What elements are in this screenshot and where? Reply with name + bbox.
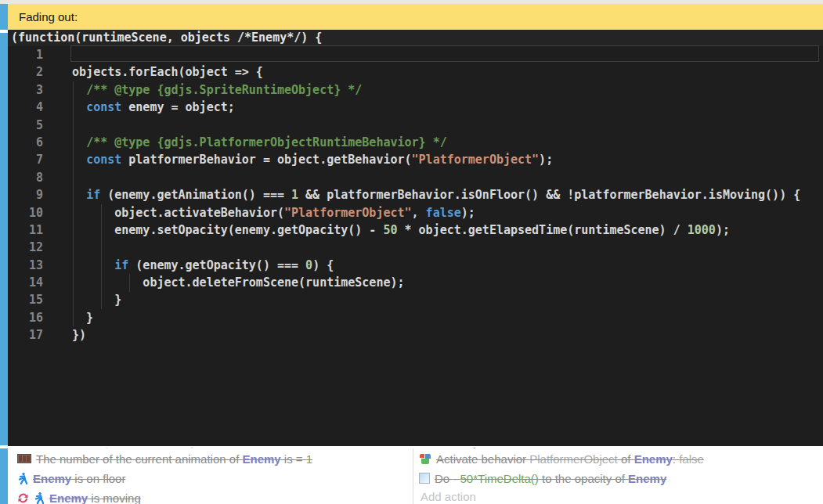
behavior-icon [419, 453, 431, 465]
event-text: Enemy is moving [49, 491, 141, 504]
sub-event: The number of the current animation of E… [8, 448, 823, 504]
line-number: 11 [8, 221, 43, 239]
event-sheet: Fading out: (function(runtimeScene, obje… [0, 0, 823, 504]
actions-column: Activate behavior PlatformerObject of En… [415, 448, 823, 504]
code-text: object.activateBehavior("PlatformerObjec… [58, 206, 475, 220]
code-line[interactable]: 16 } [8, 309, 823, 326]
code-line[interactable]: 12 [8, 239, 823, 256]
comment-event[interactable]: Fading out: [8, 4, 823, 30]
code-lines[interactable]: 12 objects.forEach(object => {3 /** @typ… [8, 46, 823, 344]
event-text: Enemy is on floor [33, 472, 125, 485]
line-number: 9 [8, 186, 43, 203]
line-number: 13 [8, 257, 43, 274]
line-number: 8 [8, 169, 43, 186]
code-line[interactable]: 2 objects.forEach(object => { [8, 63, 823, 81]
event-text: The number of the current animation of E… [36, 452, 312, 466]
line-number: 6 [8, 134, 43, 151]
code-text: if (enemy.getAnimation() === 1 && platfo… [58, 188, 800, 202]
code-wrapper-header: (function(runtimeScene, objects /*Enemy*… [8, 30, 823, 46]
code-text: } [58, 311, 93, 325]
code-text: object.deleteFromScene(runtimeScene); [58, 275, 405, 290]
add-action-button[interactable]: Add action [415, 488, 823, 504]
event-text: Do - 50*TimeDelta() to the opacity of En… [435, 472, 666, 485]
line-number: 7 [8, 151, 43, 168]
event-selection-strip[interactable] [0, 33, 8, 445]
line-number: 12 [8, 239, 43, 256]
code-line[interactable]: 4 const enemy = object; [8, 99, 823, 116]
line-number: 1 [8, 46, 43, 63]
comment-text: Fading out: [19, 10, 78, 23]
conditions-column: The number of the current animation of E… [8, 448, 413, 504]
conditions-actions-divider [413, 448, 413, 504]
code-text: }) [58, 328, 86, 342]
code-line[interactable]: 8 [8, 169, 823, 186]
code-text: } [58, 293, 121, 307]
code-line[interactable]: 17 }) [8, 326, 823, 344]
action-row[interactable]: Activate behavior PlatformerObject of En… [415, 449, 823, 468]
line-number: 4 [8, 99, 43, 116]
code-text: if (enemy.getOpacity() === 0) { [58, 258, 334, 272]
line-number: 17 [8, 326, 43, 344]
code-line[interactable]: 10 object.activateBehavior("PlatformerOb… [8, 204, 823, 221]
code-text: /** @type {gdjs.SpriteRuntimeObject} */ [58, 83, 362, 97]
code-line[interactable]: 5 [8, 117, 823, 134]
code-line[interactable]: 7 const platformerBehavior = object.getB… [8, 151, 823, 168]
code-line[interactable]: 9 if (enemy.getAnimation() === 1 && plat… [8, 186, 823, 203]
condition-row[interactable]: Enemy is on floor [8, 469, 413, 488]
code-wrapper-footer: })(runtimeScene, objects /*Enemy*/); // … [11, 428, 555, 445]
code-line[interactable]: 1 [8, 46, 823, 63]
code-text: /** @type {gdjs.PlatformerObjectRuntimeB… [58, 135, 447, 149]
line-number: 16 [8, 309, 43, 326]
event-selection-strip[interactable] [0, 448, 8, 504]
code-line[interactable]: 13 if (enemy.getOpacity() === 0) { [8, 257, 823, 274]
code-text: enemy.setOpacity(enemy.getOpacity() - 50… [58, 223, 730, 237]
line-number: 14 [8, 274, 43, 291]
code-line[interactable]: 14 object.deleteFromScene(runtimeScene); [8, 274, 823, 291]
condition-row[interactable]: Enemy is moving [8, 488, 413, 504]
code-text: objects.forEach(object => { [58, 65, 263, 79]
js-code-editor[interactable]: (function(runtimeScene, objects /*Enemy*… [8, 30, 823, 446]
condition-row[interactable]: The number of the current animation of E… [8, 449, 413, 468]
action-row[interactable]: Do - 50*TimeDelta() to the opacity of En… [415, 469, 823, 488]
event-selection-strip[interactable] [0, 4, 8, 30]
code-line[interactable]: 11 enemy.setOpacity(enemy.getOpacity() -… [8, 221, 823, 239]
runner-icon [17, 472, 28, 484]
line-number: 2 [8, 63, 43, 81]
code-text: const enemy = object; [58, 100, 235, 114]
code-line[interactable]: 15 } [8, 291, 823, 308]
invert-icon [17, 492, 29, 504]
runner-icon [34, 491, 45, 504]
animation-icon [17, 453, 31, 464]
code-line[interactable]: 3 /** @type {gdjs.SpriteRuntimeObject} *… [8, 81, 823, 99]
code-line[interactable]: 6 /** @type {gdjs.PlatformerObjectRuntim… [8, 134, 823, 151]
line-number: 5 [8, 117, 43, 134]
line-number: 3 [8, 81, 43, 99]
line-number: 15 [8, 291, 43, 308]
line-number: 10 [8, 204, 43, 221]
event-text: Activate behavior PlatformerObject of En… [436, 452, 704, 466]
code-text: const platformerBehavior = object.getBeh… [58, 153, 553, 167]
opacity-icon [419, 473, 430, 484]
